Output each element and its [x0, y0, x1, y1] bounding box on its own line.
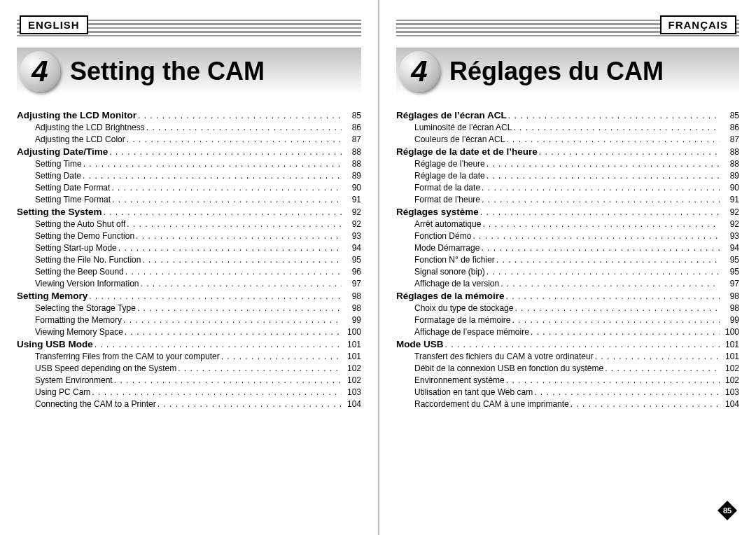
toc-page-number: 89: [721, 171, 739, 181]
toc-leader-dots: [158, 399, 342, 409]
toc-row: Adjusting the LCD Color87: [17, 134, 361, 144]
toc-leader-dots: [125, 327, 342, 337]
toc-page-number: 86: [721, 123, 739, 132]
toc-row: Setting the File No. Function95: [17, 255, 361, 265]
header-stripes: FRANÇAIS: [396, 20, 739, 38]
toc-row: Raccordement du CAM à une imprimante104: [396, 399, 739, 409]
toc-row: Formatting the Memory99: [17, 315, 361, 325]
toc-leader-dots: [118, 243, 342, 253]
toc-item-label: Mode Démarrage: [414, 243, 479, 253]
toc-leader-dots: [146, 123, 342, 132]
chapter-header: 4 Réglages du CAM: [396, 48, 739, 95]
toc-page-number: 91: [721, 195, 739, 204]
toc-item-label: Viewing Version Information: [35, 279, 139, 289]
toc-row: Setting Time88: [17, 159, 361, 169]
toc-page-number: 92: [721, 207, 739, 217]
toc-item-label: Choix du type de stockage: [414, 303, 513, 313]
toc-page-number: 94: [721, 243, 739, 253]
toc-row: Transferring Files from the CAM to your …: [17, 352, 361, 361]
toc-item-label: Luminosité de l’écran ACL: [414, 123, 512, 132]
toc-item-label: Réglage de la date: [414, 171, 485, 181]
toc-item-label: Setting the File No. Function: [35, 255, 141, 265]
language-tab: FRANÇAIS: [660, 15, 737, 34]
toc-page-number: 86: [343, 123, 361, 132]
toc-page-number: 104: [721, 399, 739, 409]
toc-item-label: Setting Date: [35, 171, 81, 181]
page-number: 85: [717, 500, 738, 521]
toc-page-number: 95: [721, 255, 739, 265]
toc-leader-dots: [125, 267, 342, 277]
toc-row: Setting the Auto Shut off92: [17, 219, 361, 229]
toc-leader-dots: [481, 243, 720, 253]
toc-leader-dots: [506, 375, 720, 385]
toc-row: Fonction N° de fichier95: [396, 255, 739, 265]
toc-row: Choix du type de stockage98: [396, 303, 739, 313]
chapter-number-badge: 4: [20, 51, 60, 92]
toc-leader-dots: [486, 171, 720, 181]
toc-item-label: Format de l’heure: [414, 195, 480, 204]
toc-row: Réglage de la date89: [396, 171, 739, 181]
toc-leader-dots: [570, 399, 720, 409]
toc-leader-dots: [92, 387, 342, 397]
toc-row: Setting Time Format91: [17, 195, 361, 204]
toc-row: Format de l’heure91: [396, 195, 739, 204]
toc-row: Mode Démarrage94: [396, 243, 739, 253]
toc-leader-dots: [482, 195, 720, 204]
toc-row: Mode USB101: [396, 339, 739, 349]
toc-leader-dots: [138, 111, 342, 120]
toc-page-number: 100: [343, 327, 361, 337]
toc-page-number: 91: [343, 195, 361, 204]
toc-item-label: Connecting the CAM to a Printer: [35, 399, 156, 409]
toc-page-number: 93: [721, 231, 739, 241]
toc-item-label: Affichage de la version: [414, 279, 499, 289]
toc-item-label: Setting Date Format: [35, 183, 110, 193]
toc-leader-dots: [94, 340, 342, 349]
toc-row: Viewing Memory Space100: [17, 327, 361, 337]
toc-leader-dots: [109, 147, 342, 157]
toc-row: Couleurs de l’écran ACL87: [396, 134, 739, 144]
toc-row: Using PC Cam103: [17, 387, 361, 397]
toc-page-number: 102: [721, 375, 739, 385]
chapter-number-badge: 4: [399, 51, 440, 92]
toc-leader-dots: [141, 279, 342, 289]
toc-item-label: Environnement système: [414, 375, 505, 385]
toc-row: Réglages de l’écran ACL85: [396, 110, 739, 120]
toc-item-label: Signal sonore (bip): [414, 267, 485, 277]
toc-page-number: 88: [721, 159, 739, 169]
toc-row: Réglage de l’heure88: [396, 159, 739, 169]
toc-item-label: Viewing Memory Space: [35, 327, 123, 337]
toc-leader-dots: [83, 159, 342, 169]
toc-leader-dots: [127, 219, 342, 229]
toc-row: Setting Date89: [17, 171, 361, 181]
toc-row: Using USB Mode101: [17, 339, 361, 349]
toc-page-number: 87: [343, 134, 361, 144]
toc-page-number: 100: [721, 327, 739, 337]
toc-page-number: 98: [343, 303, 361, 313]
table-of-contents: Adjusting the LCD Monitor85Adjusting the…: [17, 110, 361, 409]
toc-page-number: 94: [343, 243, 361, 253]
toc-leader-dots: [605, 363, 720, 373]
toc-leader-dots: [506, 291, 720, 301]
toc-row: Luminosité de l’écran ACL86: [396, 123, 739, 132]
toc-section-label: Réglage de la date et de l’heure: [396, 146, 538, 157]
toc-page-number: 95: [721, 267, 739, 277]
toc-section-label: Setting Memory: [17, 291, 88, 301]
toc-item-label: System Environment: [35, 375, 113, 385]
toc-leader-dots: [506, 134, 720, 144]
toc-row: Connecting the CAM to a Printer104: [17, 399, 361, 409]
toc-page-number: 97: [343, 279, 361, 289]
toc-section-label: Réglages système: [396, 207, 479, 217]
toc-row: Réglage de la date et de l’heure88: [396, 146, 739, 157]
toc-page-number: 90: [721, 183, 739, 193]
chapter-title: Réglages du CAM: [449, 59, 664, 84]
toc-item-label: Fonction N° de fichier: [414, 255, 495, 265]
toc-leader-dots: [496, 255, 720, 265]
toc-row: USB Speed depending on the System102: [17, 363, 361, 373]
toc-page-number: 97: [721, 279, 739, 289]
toc-item-label: Transferring Files from the CAM to your …: [35, 352, 220, 361]
toc-page-number: 98: [343, 291, 361, 301]
toc-page-number: 101: [343, 340, 361, 349]
toc-item-label: Setting Time Format: [35, 195, 111, 204]
toc-item-label: Fonction Démo: [414, 231, 471, 241]
toc-row: Setting the Demo Function93: [17, 231, 361, 241]
